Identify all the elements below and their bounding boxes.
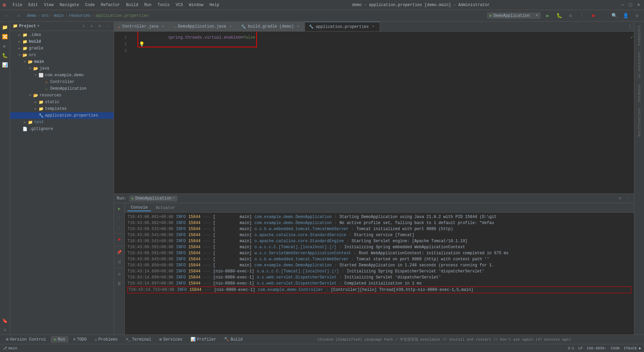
tab-build-gradle[interactable]: 🔧 build.gradle (demo) ×	[237, 22, 305, 31]
menu-navigate[interactable]: Navigate	[57, 2, 82, 8]
sort-button[interactable]: ⇅	[88, 23, 95, 30]
tab-close-button[interactable]: ×	[228, 24, 233, 29]
more-run-button[interactable]: ⋮	[578, 11, 586, 20]
stop-button[interactable]: ■	[589, 11, 598, 20]
settings-console-button[interactable]: ⚙	[115, 270, 123, 278]
sidebar-debug-icon[interactable]: 🐛	[1, 51, 9, 60]
panel-settings-button[interactable]: ⚙	[96, 23, 103, 30]
coverage-button[interactable]: ⚙	[566, 11, 575, 20]
breadcrumb-resources[interactable]: resources	[69, 13, 91, 18]
console-tab-actuator[interactable]: Actuator	[152, 205, 178, 211]
menu-help[interactable]: Help	[207, 2, 222, 8]
scroll-down-button[interactable]: ↓	[115, 223, 123, 231]
tree-item-src[interactable]: ▼ 📂 src	[10, 52, 114, 58]
sidebar-structure-icon[interactable]: ≡	[1, 326, 9, 335]
print-button[interactable]: 🖨	[115, 258, 123, 266]
tree-item-controller[interactable]: ☕ Controller	[10, 79, 114, 85]
tree-item-main[interactable]: ▼ 📂 main	[10, 58, 114, 65]
tree-item-build[interactable]: ▶ 📁 build	[10, 38, 114, 45]
breadcrumb-demo[interactable]: demo	[27, 13, 37, 18]
run-settings-button[interactable]: ⚙	[616, 195, 623, 202]
bottom-tab-build[interactable]: 🔨 Build	[221, 336, 246, 343]
console-tab-console[interactable]: Console	[127, 205, 151, 211]
tab-controller-java[interactable]: ☕ Controller.java ×	[114, 22, 170, 31]
tree-item-java[interactable]: ▼ 📂 java	[10, 65, 114, 72]
sidebar-run-icon[interactable]: ▶	[1, 42, 9, 50]
menu-view[interactable]: View	[41, 2, 56, 8]
extra-status-item[interactable]: IT&sCE ▶	[624, 346, 641, 350]
minimize-button[interactable]: −	[620, 2, 625, 8]
menu-refactor[interactable]: Refactor	[98, 2, 123, 8]
run-tab-close-icon[interactable]: ×	[173, 196, 175, 200]
search-button[interactable]: 🔍	[610, 11, 619, 20]
forward-button[interactable]: →	[14, 11, 23, 20]
encoding-item[interactable]: ISO-8859-	[587, 346, 606, 350]
tree-item-gradle[interactable]: ▶ 📁 gradle	[10, 45, 114, 52]
bottom-tab-terminal[interactable]: >_ Terminal	[122, 337, 155, 343]
settings-button[interactable]: ⚙	[633, 11, 641, 20]
sidebar-profiler-icon[interactable]: 📊	[1, 60, 9, 69]
run-tab-demoapplication[interactable]: ▶ DemoApplication ×	[129, 195, 178, 202]
maximize-button[interactable]: □	[628, 2, 633, 8]
tree-item-test[interactable]: ▶ 📁 test	[10, 119, 114, 126]
stop-console-button[interactable]: ■	[115, 236, 123, 244]
tree-item-application-properties[interactable]: 🔧 application.properties	[10, 112, 114, 119]
line-ending-item[interactable]: LF	[578, 346, 583, 350]
tab-close-button[interactable]: ×	[161, 24, 165, 29]
bottom-tab-run[interactable]: ▶ Run	[51, 336, 68, 343]
run-config-dropdown[interactable]: ▶ DemoApplication ▼	[487, 12, 541, 19]
bottom-tab-problems[interactable]: ⚠ Problems	[91, 336, 121, 343]
tab-application-properties[interactable]: 🔧 application.properties ×	[305, 22, 380, 31]
cursor-position-item[interactable]: 3:1	[568, 346, 574, 350]
tree-item-package[interactable]: ▼ ⬜ com.example.demo	[10, 72, 114, 79]
sidebar-project-icon[interactable]: 📁	[1, 23, 9, 32]
sidebar-endpoints-label[interactable]: Endpoints	[636, 23, 643, 48]
close-console-button[interactable]: 🗑	[115, 279, 123, 288]
collapse-all-button[interactable]: ≡	[80, 23, 87, 30]
tree-item-gitignore[interactable]: 📄 .gitignore	[10, 126, 114, 132]
breadcrumb-src[interactable]: src	[42, 13, 49, 18]
close-button[interactable]: ×	[636, 2, 641, 8]
scroll-up-button[interactable]: ↑	[115, 214, 123, 222]
tree-item-static[interactable]: ▶ 📁 static	[10, 99, 114, 105]
project-dropdown-icon[interactable]: ▼	[37, 24, 39, 28]
tree-item-resources[interactable]: ▼ 📂 resources	[10, 92, 114, 99]
pin-console-button[interactable]: 📌	[115, 248, 123, 256]
rerun-button[interactable]: ▶	[115, 205, 123, 213]
menu-code[interactable]: Code	[83, 2, 98, 8]
sidebar-commit-icon[interactable]: 🔀	[1, 32, 9, 41]
menu-file[interactable]: File	[10, 2, 25, 8]
breadcrumb-main[interactable]: main	[54, 13, 64, 18]
back-button[interactable]: ←	[3, 11, 11, 20]
git-status-item[interactable]: ⎇ main	[3, 346, 17, 350]
sidebar-bookmarks-icon[interactable]: 🔖	[1, 316, 9, 325]
sidebar-database-label[interactable]: Database	[636, 82, 643, 105]
menu-window[interactable]: Window	[186, 2, 206, 8]
run-minimize-button[interactable]: −	[625, 195, 631, 202]
debug-button[interactable]: 🐛	[555, 11, 564, 20]
menu-vcs[interactable]: VCS	[173, 2, 186, 8]
tree-item-templates[interactable]: ▶ 📁 templates	[10, 105, 114, 112]
indent-item[interactable]: CSGN	[611, 346, 620, 350]
menu-run[interactable]: Run	[142, 2, 154, 8]
code-editor[interactable]: spring.threads.virtual.enabled=false 💡	[135, 32, 630, 193]
tab-close-button[interactable]: ×	[296, 24, 301, 29]
menu-edit[interactable]: Edit	[25, 2, 41, 8]
bottom-tab-profiler[interactable]: 📊 Profiler	[187, 336, 220, 343]
tab-close-button[interactable]: ×	[371, 25, 376, 29]
menu-build[interactable]: Build	[123, 2, 141, 8]
tab-demoapplication-java[interactable]: ☕ DemoApplication.java ×	[170, 22, 237, 31]
sidebar-notifications-label[interactable]: Notifications	[636, 105, 643, 139]
bottom-tab-todo[interactable]: ≡ TODO	[70, 337, 90, 343]
run-button[interactable]: ▶	[543, 11, 552, 20]
tree-item-demoapplication[interactable]: ☕ DemoApplication	[10, 85, 114, 92]
breadcrumb-file[interactable]: application.properties	[96, 13, 149, 18]
sidebar-ai-assistant-label[interactable]: AI Assistant	[636, 49, 643, 81]
bottom-tab-services[interactable]: ⚙ Services	[156, 336, 186, 343]
menu-tools[interactable]: Tools	[155, 2, 172, 8]
panel-close-button[interactable]: −	[104, 23, 111, 30]
tree-item-idea[interactable]: ▶ 📁 .idea	[10, 32, 114, 38]
bottom-tab-version-control[interactable]: ⚙ Version Control	[3, 336, 49, 343]
tab-more-button[interactable]: ⋮	[626, 22, 634, 31]
console-output[interactable]: T16:43:08.881+08:00 INFO 15844 --- [ mai…	[125, 213, 634, 335]
